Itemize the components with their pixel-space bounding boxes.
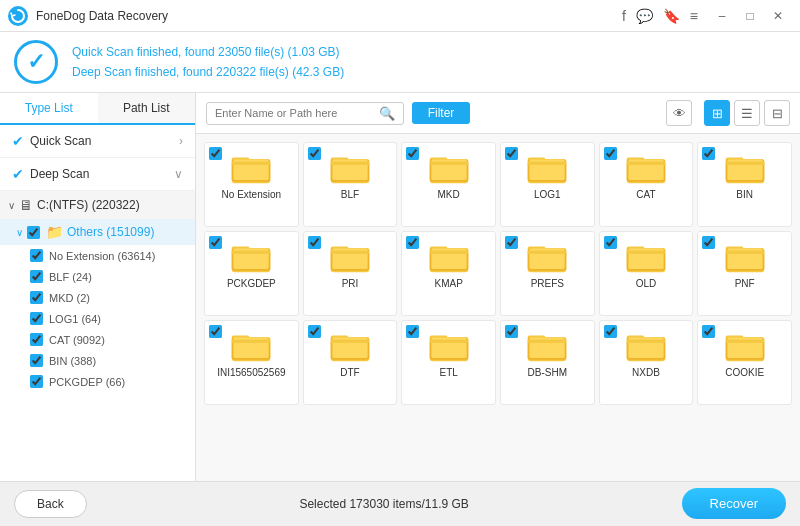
search-input[interactable] (215, 107, 379, 119)
svg-rect-42 (725, 162, 763, 165)
file-name-14: ETL (439, 367, 457, 378)
svg-rect-97 (332, 340, 367, 358)
file-grid-item[interactable]: DTF (303, 320, 398, 405)
file-name-0: No Extension (222, 189, 281, 200)
quick-scan-size: (1.03 GB) (284, 45, 339, 59)
main-layout: Type List Path List ✔ Quick Scan › ✔ Dee… (0, 93, 800, 481)
quick-scan-arrow-icon: › (179, 134, 183, 148)
file-checkbox-14[interactable] (406, 325, 419, 338)
file-grid-item[interactable]: ETL (401, 320, 496, 405)
filter-button[interactable]: Filter (412, 102, 471, 124)
file-checkbox-15[interactable] (505, 325, 518, 338)
file-checkbox-0[interactable] (209, 147, 222, 160)
computer-icon: 🖥 (19, 197, 33, 213)
close-button[interactable]: ✕ (764, 2, 792, 30)
file-checkbox-16[interactable] (604, 325, 617, 338)
sidebar-tabs: Type List Path List (0, 93, 195, 125)
svg-rect-83 (727, 251, 762, 269)
file-grid: No Extension BLF MKD LOG1 (196, 134, 800, 481)
file-checkbox-9[interactable] (505, 236, 518, 249)
drive-item[interactable]: ∨ 🖥 C:(NTFS) (220322) (0, 191, 195, 219)
others-folder-label: Others (151099) (67, 225, 154, 239)
file-grid-item[interactable]: PNF (697, 231, 792, 316)
file-type-checkbox-2[interactable] (30, 291, 43, 304)
info-icon[interactable]: 🔖 (663, 8, 680, 24)
maximize-button[interactable]: □ (736, 2, 764, 30)
file-type-checkbox-1[interactable] (30, 270, 43, 283)
selected-info: Selected 173030 items/11.9 GB (87, 497, 682, 511)
file-type-item: BIN (388) (0, 350, 195, 371)
file-type-label-5: BIN (388) (49, 355, 96, 367)
file-checkbox-4[interactable] (604, 147, 617, 160)
file-grid-item[interactable]: LOG1 (500, 142, 595, 227)
file-grid-item[interactable]: PRI (303, 231, 398, 316)
file-type-checkbox-3[interactable] (30, 312, 43, 325)
minimize-button[interactable]: – (708, 2, 736, 30)
file-name-1: BLF (341, 189, 359, 200)
file-grid-item[interactable]: INI1565052569 (204, 320, 299, 405)
file-type-label-2: MKD (2) (49, 292, 90, 304)
file-grid-item[interactable]: KMAP (401, 231, 496, 316)
file-grid-item[interactable]: No Extension (204, 142, 299, 227)
file-grid-item[interactable]: COOKIE (697, 320, 792, 405)
file-type-checkbox-4[interactable] (30, 333, 43, 346)
titlebar-social-icons: f 💬 🔖 ≡ (622, 8, 698, 24)
file-checkbox-7[interactable] (308, 236, 321, 249)
tab-path-list[interactable]: Path List (98, 93, 196, 123)
facebook-icon[interactable]: f (622, 8, 626, 24)
file-checkbox-12[interactable] (209, 325, 222, 338)
file-type-checkbox-6[interactable] (30, 375, 43, 388)
file-name-4: CAT (636, 189, 655, 200)
file-name-3: LOG1 (534, 189, 561, 200)
content-toolbar: 🔍 Filter 👁 ⊞ ☰ ⊟ (196, 93, 800, 134)
file-name-12: INI1565052569 (217, 367, 285, 378)
file-checkbox-13[interactable] (308, 325, 321, 338)
svg-rect-7 (232, 162, 270, 165)
svg-rect-91 (232, 340, 270, 343)
file-grid-item[interactable]: PREFS (500, 231, 595, 316)
file-checkbox-6[interactable] (209, 236, 222, 249)
file-grid-item[interactable]: DB-SHM (500, 320, 595, 405)
quick-scan-item[interactable]: ✔ Quick Scan › (0, 125, 195, 158)
app-title: FoneDog Data Recovery (36, 9, 622, 23)
file-grid-item[interactable]: NXDB (599, 320, 694, 405)
file-checkbox-3[interactable] (505, 147, 518, 160)
recover-button[interactable]: Recover (682, 488, 786, 519)
tab-type-list[interactable]: Type List (0, 93, 98, 125)
file-type-item: LOG1 (64) (0, 308, 195, 329)
file-grid-item[interactable]: BIN (697, 142, 792, 227)
file-type-checkbox-0[interactable] (30, 249, 43, 262)
file-grid-item[interactable]: MKD (401, 142, 496, 227)
drive-collapse-icon: ∨ (8, 200, 15, 211)
deep-scan-item[interactable]: ✔ Deep Scan ∨ (0, 158, 195, 191)
sidebar: Type List Path List ✔ Quick Scan › ✔ Dee… (0, 93, 196, 481)
back-button[interactable]: Back (14, 490, 87, 518)
file-grid-item[interactable]: PCKGDEP (204, 231, 299, 316)
others-folder-checkbox[interactable] (27, 226, 40, 239)
file-grid-item[interactable]: BLF (303, 142, 398, 227)
menu-icon[interactable]: ≡ (690, 8, 698, 24)
file-checkbox-10[interactable] (604, 236, 617, 249)
detail-view-button[interactable]: ⊟ (764, 100, 790, 126)
message-icon[interactable]: 💬 (636, 8, 653, 24)
file-checkbox-2[interactable] (406, 147, 419, 160)
svg-rect-69 (530, 251, 565, 269)
deep-scan-size: (42.3 GB) (289, 65, 344, 79)
file-checkbox-11[interactable] (702, 236, 715, 249)
others-folder-item[interactable]: ∨ 📁 Others (151099) (0, 219, 195, 245)
preview-toggle-button[interactable]: 👁 (666, 100, 692, 126)
file-checkbox-1[interactable] (308, 147, 321, 160)
file-checkbox-8[interactable] (406, 236, 419, 249)
file-name-13: DTF (340, 367, 359, 378)
file-grid-item[interactable]: CAT (599, 142, 694, 227)
file-checkbox-5[interactable] (702, 147, 715, 160)
svg-rect-118 (628, 340, 663, 358)
file-name-16: NXDB (632, 367, 660, 378)
file-grid-item[interactable]: OLD (599, 231, 694, 316)
file-checkbox-17[interactable] (702, 325, 715, 338)
list-view-button[interactable]: ☰ (734, 100, 760, 126)
grid-view-button[interactable]: ⊞ (704, 100, 730, 126)
deep-scan-arrow-icon: ∨ (174, 167, 183, 181)
file-type-checkbox-5[interactable] (30, 354, 43, 367)
search-box: 🔍 (206, 102, 404, 125)
